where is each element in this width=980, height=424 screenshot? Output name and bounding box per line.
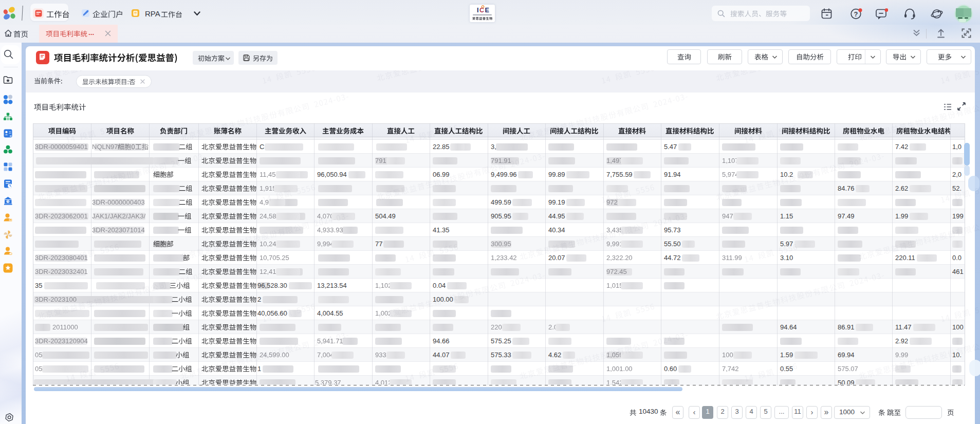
svg-text:?: ? [854,10,858,18]
